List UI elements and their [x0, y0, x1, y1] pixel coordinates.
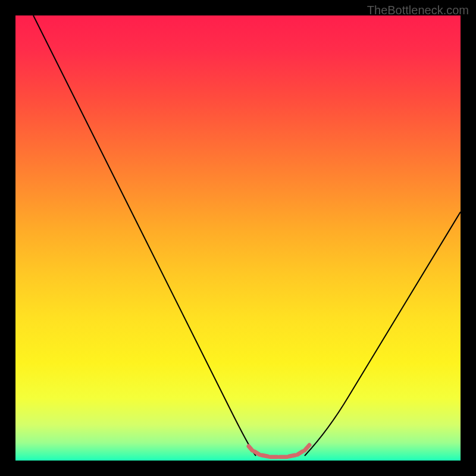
chart-curves-svg: [15, 15, 461, 461]
chart-plot-area: [15, 15, 461, 461]
bottom-dotted-segment: [249, 445, 309, 457]
left-curve-line: [33, 15, 256, 456]
right-curve-line: [305, 212, 461, 456]
watermark-text: TheBottleneck.com: [367, 4, 469, 17]
